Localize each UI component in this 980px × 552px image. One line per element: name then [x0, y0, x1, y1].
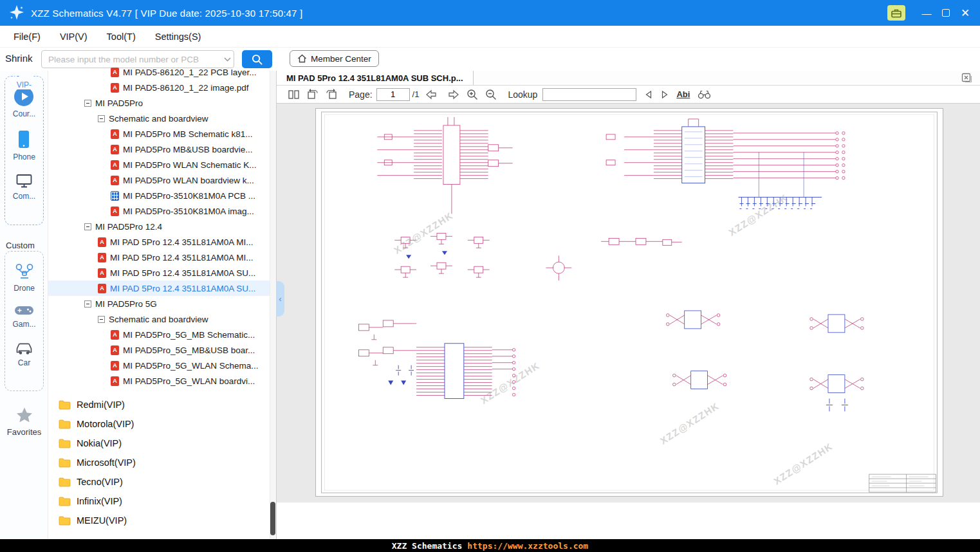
file-tree-panel: MI PAD5-86120_1_22 PCB layer... MI PAD5-…: [48, 71, 277, 539]
page-label: Page:: [349, 89, 373, 100]
thumbnail-panel-icon[interactable]: [288, 89, 299, 100]
sidebar-item-favorites[interactable]: Favorites: [0, 407, 48, 437]
document-tab-bar: MI PAD 5Pro 12.4 351L81AM0A SUB SCH.p...: [277, 71, 980, 86]
collapse-expander-icon[interactable]: [84, 100, 91, 107]
folder-motorola[interactable]: Motorola(VIP): [48, 414, 276, 434]
tree-item[interactable]: MI PAD 5Pro 12.4 351L81AM0A MI...: [48, 234, 276, 250]
page-number-input[interactable]: [376, 88, 410, 101]
menu-settings[interactable]: Settings(S): [145, 32, 211, 42]
gamepad-icon: [14, 304, 34, 317]
left-sidebar: -VIP- Cour... Phone Com... Custom Drone: [0, 71, 48, 539]
folder-meizu[interactable]: MEIZU(VIP): [48, 511, 276, 530]
pdf-toolbar: Page: /1 Lookup Abi: [277, 86, 980, 104]
folder-icon: [59, 419, 71, 429]
vip-section: -VIP- Cour... Phone Com...: [5, 76, 44, 225]
tree-item[interactable]: MI PAD5Pro-3510K81M0A imag...: [48, 203, 276, 219]
menu-vip[interactable]: VIP(V): [50, 32, 97, 42]
main-area: -VIP- Cour... Phone Com... Custom Drone: [0, 71, 980, 539]
tree-node[interactable]: MI PAD5Pro: [48, 95, 276, 111]
collapse-expander-icon[interactable]: [98, 115, 105, 122]
collapse-expander-icon[interactable]: [98, 316, 105, 323]
folder-nokia[interactable]: Nokia(VIP): [48, 434, 276, 453]
sidebar-item-games[interactable]: Gam...: [12, 304, 35, 329]
titlebar: XZZ Schematics V4.77 [ VIP Due date: 202…: [0, 0, 980, 26]
panel-collapse-handle[interactable]: ‹: [276, 281, 284, 317]
tree-list: MI PAD5-86120_1_22 PCB layer... MI PAD5-…: [48, 64, 276, 389]
tree-node[interactable]: MI PAD5Pro 5G: [48, 296, 276, 311]
pdf-file-icon: [111, 129, 119, 139]
tree-item-selected[interactable]: MI PAD 5Pro 12.4 351L81AM0A SU...: [48, 281, 276, 296]
home-icon: [297, 54, 307, 63]
tree-item[interactable]: MI PAD 5Pro 12.4 351L81AM0A MI...: [48, 250, 276, 265]
tree-scrollbar-track[interactable]: [270, 71, 276, 539]
tree-item[interactable]: MI PAD5Pro_5G_MB&USB boar...: [48, 342, 276, 358]
chevron-down-icon[interactable]: [221, 57, 234, 62]
tree-item[interactable]: MI PAD5Pro MB&USB boardvie...: [48, 142, 276, 157]
find-next-icon[interactable]: [660, 90, 669, 99]
zoom-in-icon[interactable]: [467, 89, 478, 100]
sidebar-item-drone[interactable]: Drone: [14, 263, 35, 293]
collapse-expander-icon[interactable]: [84, 300, 91, 308]
member-center-button[interactable]: Member Center: [290, 50, 379, 67]
menu-file[interactable]: File(F): [4, 32, 50, 42]
maximize-button[interactable]: [936, 3, 956, 23]
tree-node[interactable]: Schematic and boardview: [48, 111, 276, 126]
match-whole-word-toggle[interactable]: Abi: [676, 89, 690, 99]
tree-item[interactable]: MI PAD5Pro WLAN boardview k...: [48, 172, 276, 188]
vip-section-label: -VIP-: [15, 71, 34, 89]
folder-tecno[interactable]: Tecno(VIP): [48, 472, 276, 492]
minimize-button[interactable]: —: [917, 3, 936, 23]
folder-infinix[interactable]: Infinix(VIP): [48, 492, 276, 511]
sidebar-item-phone[interactable]: Phone: [13, 130, 35, 161]
tree-item[interactable]: MI PAD 5Pro 12.4 351L81AM0A SU...: [48, 265, 276, 281]
tree-item[interactable]: MI PAD5Pro WLAN Schematic K...: [48, 157, 276, 172]
find-previous-icon[interactable]: [644, 90, 653, 99]
lookup-input[interactable]: [542, 88, 636, 101]
next-page-icon[interactable]: [446, 89, 459, 100]
folder-redmi[interactable]: Redmi(VIP): [48, 395, 276, 414]
statusbar-brand: XZZ Schematics: [392, 541, 463, 551]
pdf-file-icon: [111, 361, 119, 371]
sidebar-item-car[interactable]: Car: [14, 340, 34, 367]
search-input[interactable]: [42, 55, 221, 64]
tree-item[interactable]: MI PAD5Pro_5G_WLAN Schema...: [48, 358, 276, 373]
sidebar-item-computer[interactable]: Com...: [13, 173, 35, 201]
brand-folder-list: Redmi(VIP) Motorola(VIP) Nokia(VIP) Micr…: [48, 395, 276, 530]
zoom-out-icon[interactable]: [485, 89, 497, 100]
tree-item[interactable]: MI PAD5Pro-3510K81M0A PCB ...: [48, 188, 276, 203]
tree-item[interactable]: MI PAD5Pro_5G_MB Schematic...: [48, 327, 276, 342]
binoculars-icon[interactable]: [698, 89, 711, 99]
tree-item[interactable]: MI PAD5Pro MB Schematic k81...: [48, 126, 276, 142]
tree-node[interactable]: Schematic and boardview: [48, 311, 276, 327]
star-icon: [15, 407, 33, 424]
lookup-label: Lookup: [508, 89, 537, 100]
play-course-icon: [14, 87, 33, 106]
shrink-button[interactable]: Shrink: [5, 53, 33, 64]
folder-microsoft[interactable]: Microsoft(VIP): [48, 453, 276, 472]
folder-icon: [59, 458, 71, 468]
pdf-viewer: XZZ@XZZHK XZZ@XZZHK XZZ@XZZHK XZZ@XZZHK …: [277, 104, 980, 539]
previous-page-icon[interactable]: [425, 89, 439, 100]
tree-item[interactable]: MI PAD5Pro_5G_WLAN boardvi...: [48, 373, 276, 389]
custom-section-label: Custom: [6, 241, 35, 250]
search-icon: [251, 53, 263, 66]
document-tab[interactable]: MI PAD 5Pro 12.4 351L81AM0A SUB SCH.p...: [277, 71, 474, 85]
menu-tool[interactable]: Tool(T): [97, 32, 145, 42]
tree-scrollbar-thumb[interactable]: [270, 502, 275, 535]
briefcase-button[interactable]: [887, 5, 905, 21]
sidebar-item-course[interactable]: Cour...: [13, 87, 35, 118]
statusbar-url[interactable]: https://www.xzztools.com: [467, 541, 588, 551]
custom-section: Drone Gam... Car: [5, 251, 44, 391]
tree-node[interactable]: MI PAD6: [48, 389, 276, 389]
collapse-expander-icon[interactable]: [84, 223, 91, 230]
tree-item[interactable]: MI PAD5-86120_1_22 PCB layer...: [48, 64, 276, 80]
drone-icon: [15, 263, 34, 281]
tree-node[interactable]: MI PAD5Pro 12.4: [48, 219, 276, 234]
rotate-left-icon[interactable]: [306, 89, 319, 100]
schematic-drawing: XZZ@XZZHK XZZ@XZZHK XZZ@XZZHK XZZ@XZZHK …: [316, 109, 943, 496]
close-button[interactable]: ✕: [956, 3, 975, 23]
maximize-icon: [942, 9, 950, 17]
tree-item[interactable]: MI PAD5-86120_1_22 image.pdf: [48, 80, 276, 95]
rotate-right-icon[interactable]: [326, 89, 338, 100]
close-all-tabs-icon[interactable]: [961, 73, 972, 86]
